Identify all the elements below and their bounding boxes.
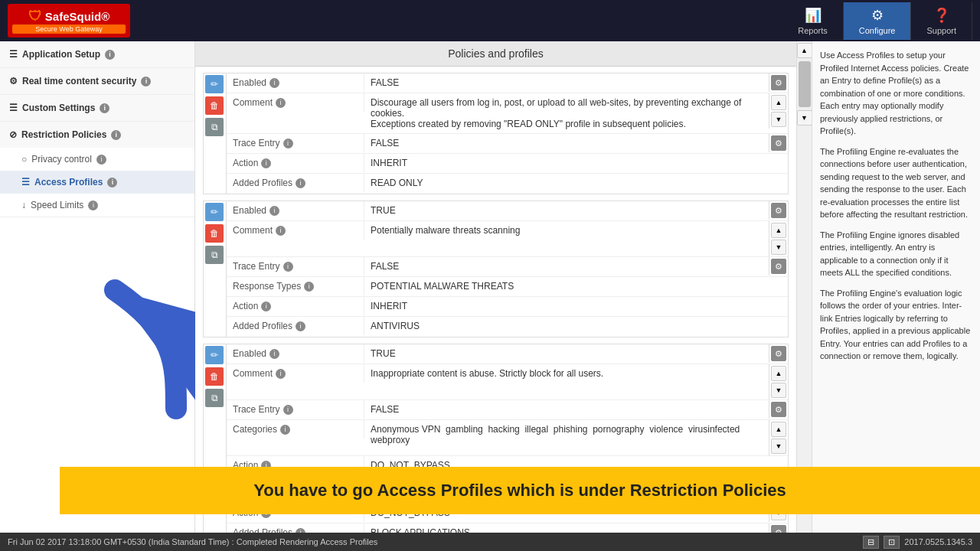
scrollbar[interactable]: ▲ ▼ xyxy=(796,41,812,533)
policy-2-row-comment: Comment i Potentially malware threats sc… xyxy=(227,221,788,257)
gear-btn-2-enabled[interactable]: ⚙ xyxy=(771,203,786,218)
gear-btn-2-trace[interactable]: ⚙ xyxy=(771,259,786,274)
trace-info-1[interactable]: i xyxy=(283,139,293,148)
policy-card-1-inner: ✏ 🗑 ⧉ Enabled i FALSE ⚙ xyxy=(204,73,788,194)
gear-btn-1-enabled[interactable]: ⚙ xyxy=(771,75,786,90)
copy-btn-2[interactable]: ⧉ xyxy=(205,246,224,264)
gear-btn-1-trace[interactable]: ⚙ xyxy=(771,135,786,151)
access-profiles-icon: ☰ xyxy=(21,177,30,187)
scroll-thumb[interactable] xyxy=(799,61,811,107)
content-area: Policies and profiles ✏ 🗑 ⧉ Enabled i xyxy=(195,41,796,533)
privacy-control-icon: ○ xyxy=(21,154,27,165)
sidebar-section-header-custom-settings[interactable]: ☰ Custom Settings i xyxy=(0,95,194,121)
sidebar-item-speed-limits[interactable]: ↓ Speed Limits i xyxy=(0,194,194,217)
sidebar-item-privacy-control[interactable]: ○ Privacy control i xyxy=(0,148,194,171)
enabled-label-3: Enabled i xyxy=(227,344,364,363)
arr-up-3-cats[interactable]: ▲ xyxy=(771,422,786,437)
privacy-control-info-icon[interactable]: i xyxy=(96,155,106,165)
partial-gear[interactable]: ⚙ xyxy=(771,525,786,533)
sidebar-section-header-realtime[interactable]: ⚙ Real time content security i xyxy=(0,68,194,94)
arr-down-1-comment[interactable]: ▼ xyxy=(771,112,786,127)
arr-down-3-comment[interactable]: ▼ xyxy=(771,383,786,398)
nav-reports[interactable]: 📊 Reports xyxy=(782,2,844,40)
custom-settings-icon: ☰ xyxy=(9,103,18,113)
scroll-up-btn[interactable]: ▲ xyxy=(797,43,812,58)
policy-card-1: ✏ 🗑 ⧉ Enabled i FALSE ⚙ xyxy=(203,73,789,194)
enabled-info-1[interactable]: i xyxy=(270,78,279,88)
enabled-label-1: Enabled i xyxy=(227,73,364,92)
header: 🛡 SafeSquid® Secure Web Gateway 📊 Report… xyxy=(0,0,980,41)
logo-top: 🛡 SafeSquid® xyxy=(28,8,109,24)
logo: 🛡 SafeSquid® Secure Web Gateway xyxy=(8,4,130,37)
arr-up-1-comment[interactable]: ▲ xyxy=(771,95,786,110)
profiles-value-2: ANTIVIRUS xyxy=(364,317,788,335)
configure-icon: ⚙ xyxy=(871,7,884,24)
logo-subtitle: Secure Web Gateway xyxy=(12,24,126,34)
delete-btn-2[interactable]: 🗑 xyxy=(205,224,224,243)
comment-info-3[interactable]: i xyxy=(276,369,286,379)
content-title: Policies and profiles xyxy=(195,41,796,67)
arr-down-3-cats[interactable]: ▼ xyxy=(771,439,786,454)
policy-2-fields: Enabled i TRUE ⚙ Comment i Potentially m… xyxy=(227,201,788,337)
access-profiles-label: Access Profiles xyxy=(34,177,103,187)
sidebar-item-access-profiles[interactable]: ☰ Access Profiles i xyxy=(0,171,194,194)
nav-right: 📊 Reports ⚙ Configure ❓ Support xyxy=(782,2,972,40)
action-label-1: Action i xyxy=(227,154,364,172)
speed-limits-label: Speed Limits xyxy=(31,200,83,210)
edit-btn-2[interactable]: ✏ xyxy=(205,203,224,221)
status-icon-2[interactable]: ⊡ xyxy=(884,536,900,549)
main-container: ☰ Application Setup i ⚙ Real time conten… xyxy=(0,41,980,533)
trace-info-2[interactable]: i xyxy=(283,262,293,272)
app-setup-info-icon[interactable]: i xyxy=(105,50,115,60)
delete-btn-1[interactable]: 🗑 xyxy=(205,96,224,115)
comment-info-2[interactable]: i xyxy=(276,226,286,236)
partial-profiles-label: Added Profiles i xyxy=(227,523,364,533)
policy-1-row-trace: Trace Entry i FALSE ⚙ xyxy=(227,134,788,154)
nav-configure[interactable]: ⚙ Configure xyxy=(844,2,912,40)
action-info-2[interactable]: i xyxy=(261,302,271,311)
status-icon-1[interactable]: ⊟ xyxy=(863,536,879,549)
profiles-info-1[interactable]: i xyxy=(296,178,305,188)
nav-support[interactable]: ❓ Support xyxy=(911,2,972,40)
action-info-1[interactable]: i xyxy=(261,158,271,168)
enabled-info-2[interactable]: i xyxy=(270,206,279,216)
reports-icon: 📊 xyxy=(805,7,822,24)
gear-btn-3-trace[interactable]: ⚙ xyxy=(771,402,786,417)
trace-label-1: Trace Entry i xyxy=(227,134,364,152)
delete-btn-3[interactable]: 🗑 xyxy=(205,367,224,386)
policy-2-row-response: Response Types i POTENTIAL MALWARE THREA… xyxy=(227,277,788,297)
categories-info-3[interactable]: i xyxy=(280,425,290,435)
arr-down-2-comment[interactable]: ▼ xyxy=(771,240,786,255)
edit-btn-1[interactable]: ✏ xyxy=(205,75,224,93)
trace-info-3[interactable]: i xyxy=(283,405,293,415)
realtime-info-icon[interactable]: i xyxy=(141,77,151,86)
comment-label-3: Comment i xyxy=(227,364,364,383)
categories-label-3: Categories i xyxy=(227,420,364,439)
restriction-policies-info-icon[interactable]: i xyxy=(111,130,121,140)
profiles-label-2: Added Profiles i xyxy=(227,317,364,335)
edit-btn-3[interactable]: ✏ xyxy=(205,346,224,364)
speed-limits-info-icon[interactable]: i xyxy=(88,201,98,210)
custom-settings-info-icon[interactable]: i xyxy=(100,103,109,113)
copy-btn-3[interactable]: ⧉ xyxy=(205,389,224,407)
comment-value-1: Discourage all users from log in, post, … xyxy=(364,93,769,133)
response-info-2[interactable]: i xyxy=(304,282,314,292)
arr-up-3-comment[interactable]: ▲ xyxy=(771,366,786,381)
response-label-2: Response Types i xyxy=(227,277,364,295)
profiles-info-2[interactable]: i xyxy=(296,321,305,331)
support-label: Support xyxy=(926,26,956,35)
scroll-down-btn[interactable]: ▼ xyxy=(797,110,812,126)
enabled-info-3[interactable]: i xyxy=(270,349,279,359)
gear-btn-3-enabled[interactable]: ⚙ xyxy=(771,346,786,361)
logo-area: 🛡 SafeSquid® Secure Web Gateway xyxy=(8,4,130,37)
comment-info-1[interactable]: i xyxy=(276,98,286,108)
comment-value-2: Potentially malware threats scanning xyxy=(364,221,769,240)
sidebar-section-header-application-setup[interactable]: ☰ Application Setup i xyxy=(0,41,194,67)
arr-up-2-comment[interactable]: ▲ xyxy=(771,223,786,238)
copy-btn-1[interactable]: ⧉ xyxy=(205,118,224,136)
enabled-value-2: TRUE xyxy=(364,201,769,220)
access-profiles-info-icon[interactable]: i xyxy=(107,178,117,187)
content-scroll[interactable]: ✏ 🗑 ⧉ Enabled i FALSE ⚙ xyxy=(195,67,796,533)
sidebar-section-header-restriction-policies[interactable]: ⊘ Restriction Policies i xyxy=(0,122,194,148)
policy-1-row-action: Action i INHERIT xyxy=(227,154,788,174)
